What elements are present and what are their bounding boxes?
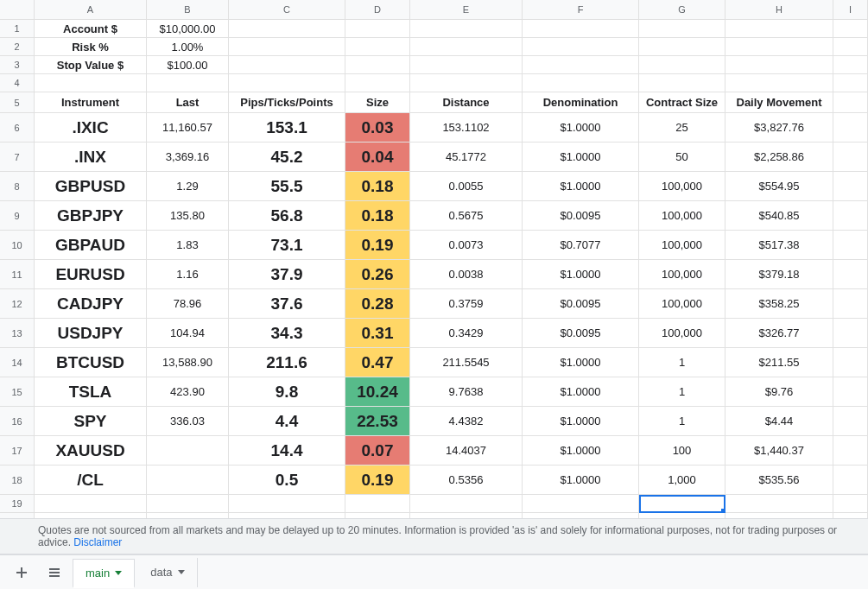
cell-H5[interactable]: Daily Movement	[725, 92, 833, 113]
row-header-7[interactable]: 7	[0, 142, 35, 172]
cell-G8[interactable]: 100,000	[639, 172, 725, 201]
cell-I7[interactable]	[833, 142, 868, 172]
cell-I10[interactable]	[833, 231, 868, 260]
cell-H6[interactable]: $3,827.76	[725, 113, 833, 142]
cell-A15[interactable]: TSLA	[35, 377, 147, 407]
cell-D13[interactable]: 0.31	[345, 319, 410, 348]
cell-D11[interactable]: 0.26	[345, 260, 410, 289]
cell-D7[interactable]: 0.04	[345, 142, 410, 172]
cell-A3[interactable]: Stop Value $	[35, 56, 147, 74]
cell-H11[interactable]: $379.18	[725, 260, 833, 289]
cell-I4[interactable]	[833, 74, 868, 92]
cell-E1[interactable]	[410, 20, 523, 38]
cell-D19[interactable]	[345, 495, 410, 513]
cell-F19[interactable]	[523, 495, 639, 513]
cell-H14[interactable]: $211.55	[725, 348, 833, 377]
cell-G10[interactable]: 100,000	[639, 231, 725, 260]
cell-C9[interactable]: 56.8	[229, 201, 345, 231]
cell-C13[interactable]: 34.3	[229, 319, 345, 348]
cell-G3[interactable]	[639, 56, 725, 74]
cell-B9[interactable]: 135.80	[147, 201, 229, 231]
row-header-19[interactable]: 19	[0, 495, 35, 513]
row-header-13[interactable]: 13	[0, 319, 35, 348]
cell-G11[interactable]: 100,000	[639, 260, 725, 289]
row-header-4[interactable]: 4	[0, 74, 35, 92]
cell-F9[interactable]: $0.0095	[523, 201, 639, 231]
cell-E7[interactable]: 45.1772	[410, 142, 523, 172]
cell-A17[interactable]: XAUUSD	[35, 436, 147, 466]
cell-A4[interactable]	[35, 74, 147, 92]
cell-E3[interactable]	[410, 56, 523, 74]
cell-I3[interactable]	[833, 56, 868, 74]
cell-H9[interactable]: $540.85	[725, 201, 833, 231]
sheet-tab-main[interactable]: main	[73, 559, 135, 588]
cell-E18[interactable]: 0.5356	[410, 466, 523, 495]
cell-B13[interactable]: 104.94	[147, 319, 229, 348]
row-header-1[interactable]: 1	[0, 20, 35, 38]
cell-C19[interactable]	[229, 495, 345, 513]
cell-E13[interactable]: 0.3429	[410, 319, 523, 348]
cell-E16[interactable]: 4.4382	[410, 407, 523, 436]
cell-A19[interactable]	[35, 495, 147, 513]
cell-I18[interactable]	[833, 466, 868, 495]
cell-F17[interactable]: $1.0000	[523, 436, 639, 466]
cell-B8[interactable]: 1.29	[147, 172, 229, 201]
cell-F2[interactable]	[523, 38, 639, 56]
cell-H17[interactable]: $1,440.37	[725, 436, 833, 466]
row-header-14[interactable]: 14	[0, 348, 35, 377]
cell-E9[interactable]: 0.5675	[410, 201, 523, 231]
cell-F7[interactable]: $1.0000	[523, 142, 639, 172]
cell-D2[interactable]	[345, 38, 410, 56]
cell-A5[interactable]: Instrument	[35, 92, 147, 113]
cell-I15[interactable]	[833, 377, 868, 407]
cell-F4[interactable]	[523, 74, 639, 92]
cell-I8[interactable]	[833, 172, 868, 201]
cell-G14[interactable]: 1	[639, 348, 725, 377]
cell-B11[interactable]: 1.16	[147, 260, 229, 289]
cell-B6[interactable]: 11,160.57	[147, 113, 229, 142]
row-header-5[interactable]: 5	[0, 92, 35, 113]
cell-E11[interactable]: 0.0038	[410, 260, 523, 289]
row-header-10[interactable]: 10	[0, 231, 35, 260]
cell-G19[interactable]	[639, 495, 725, 513]
cell-C14[interactable]: 211.6	[229, 348, 345, 377]
cell-H8[interactable]: $554.95	[725, 172, 833, 201]
cell-G7[interactable]: 50	[639, 142, 725, 172]
cell-G18[interactable]: 1,000	[639, 466, 725, 495]
col-header-C[interactable]: C	[229, 0, 345, 20]
cell-C4[interactable]	[229, 74, 345, 92]
row-header-9[interactable]: 9	[0, 201, 35, 231]
cell-C12[interactable]: 37.6	[229, 289, 345, 319]
cell-C6[interactable]: 153.1	[229, 113, 345, 142]
cell-H12[interactable]: $358.25	[725, 289, 833, 319]
cell-E19[interactable]	[410, 495, 523, 513]
cell-B19[interactable]	[147, 495, 229, 513]
col-header-D[interactable]: D	[345, 0, 410, 20]
cell-G17[interactable]: 100	[639, 436, 725, 466]
cell-B1[interactable]: $10,000.00	[147, 20, 229, 38]
row-header-8[interactable]: 8	[0, 172, 35, 201]
cell-C1[interactable]	[229, 20, 345, 38]
cell-B16[interactable]: 336.03	[147, 407, 229, 436]
cell-D12[interactable]: 0.28	[345, 289, 410, 319]
cell-D14[interactable]: 0.47	[345, 348, 410, 377]
cell-I19[interactable]	[833, 495, 868, 513]
cell-H16[interactable]: $4.44	[725, 407, 833, 436]
cell-G2[interactable]	[639, 38, 725, 56]
col-header-G[interactable]: G	[639, 0, 725, 20]
cell-A18[interactable]: /CL	[35, 466, 147, 495]
cell-F18[interactable]: $1.0000	[523, 466, 639, 495]
cell-A7[interactable]: .INX	[35, 142, 147, 172]
cell-C7[interactable]: 45.2	[229, 142, 345, 172]
cell-I1[interactable]	[833, 20, 868, 38]
cell-C17[interactable]: 14.4	[229, 436, 345, 466]
cell-F1[interactable]	[523, 20, 639, 38]
cell-A1[interactable]: Account $	[35, 20, 147, 38]
row-header-6[interactable]: 6	[0, 113, 35, 142]
cell-F12[interactable]: $0.0095	[523, 289, 639, 319]
spreadsheet-grid[interactable]: ABCDEFGHI1Account $$10,000.002Risk %1.00…	[0, 0, 868, 531]
cell-A11[interactable]: EURUSD	[35, 260, 147, 289]
row-header-18[interactable]: 18	[0, 466, 35, 495]
cell-D17[interactable]: 0.07	[345, 436, 410, 466]
cell-G5[interactable]: Contract Size	[639, 92, 725, 113]
